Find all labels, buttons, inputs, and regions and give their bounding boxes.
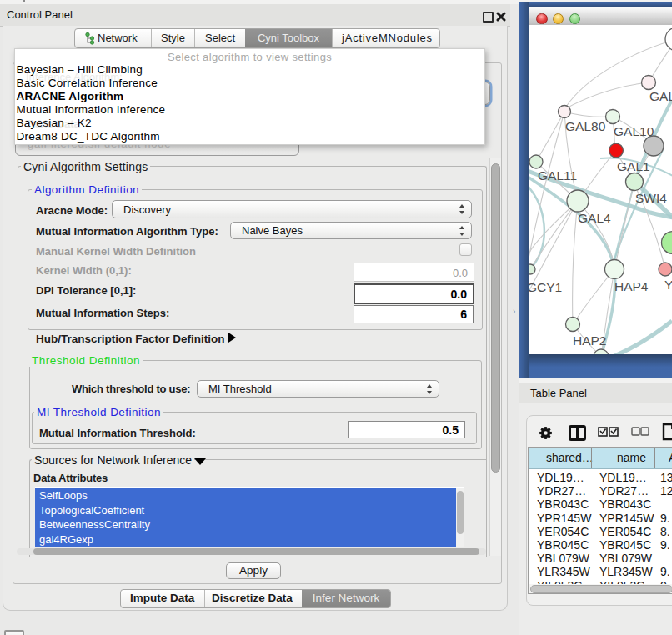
svg-text:GAL80: GAL80 bbox=[565, 119, 606, 133]
svg-text:Y: Y bbox=[664, 278, 672, 292]
svg-text:GCY1: GCY1 bbox=[529, 280, 562, 294]
svg-text:HAP2: HAP2 bbox=[573, 333, 607, 348]
svg-text:SWI4: SWI4 bbox=[635, 191, 667, 205]
svg-text:GAL4: GAL4 bbox=[578, 211, 611, 225]
svg-text:GAL: GAL bbox=[649, 89, 672, 103]
svg-text:HAP4: HAP4 bbox=[614, 279, 649, 293]
svg-text:GAL1: GAL1 bbox=[617, 159, 650, 173]
svg-text:GAL10: GAL10 bbox=[614, 124, 654, 138]
svg-text:GAL11: GAL11 bbox=[538, 168, 577, 182]
